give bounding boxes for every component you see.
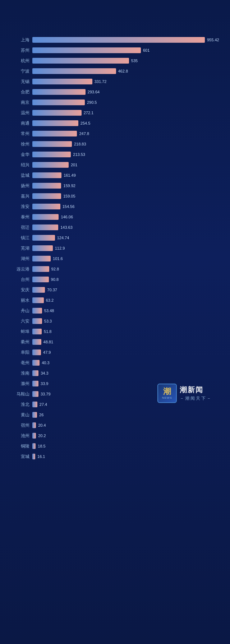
bar-value-label: 290.5 [87,100,97,105]
bar [32,422,36,428]
bar-value-label: 70.37 [47,288,57,292]
bar [32,266,49,272]
city-label: 池州 [11,433,29,439]
city-label: 阜阳 [11,349,29,356]
bar-wrap: 159.05 [32,193,219,199]
bar [32,287,45,293]
bar-value-label: 143.63 [60,225,73,230]
city-label: 铜陵 [11,443,29,449]
bar-row: 舟山53.48 [11,307,219,315]
bar [32,183,61,189]
bar-row: 无锡331.72 [11,78,219,85]
bar-value-label: 462.8 [118,69,128,73]
city-label: 盐城 [11,172,29,179]
bar-row: 上海955.42 [11,36,219,44]
bar [32,443,36,449]
bar-wrap: 161.49 [32,172,219,178]
bar-value-label: 16.1 [37,454,45,459]
bar [32,37,205,43]
bar-row: 杭州535 [11,57,219,65]
bar-value-label: 146.06 [61,215,73,219]
bar [32,339,41,345]
bar [32,131,77,136]
bar [32,79,92,84]
bar-row: 常州247.8 [11,130,219,138]
bar-wrap: 331.72 [32,79,219,84]
bar-wrap: 70.37 [32,287,219,293]
bar-wrap: 16.1 [32,454,219,459]
watermark-title: 潮新闻 [180,385,212,395]
bar-wrap: 34.3 [32,370,219,376]
bar-row: 合肥293.64 [11,88,219,96]
bar-wrap: 101.6 [32,256,219,261]
bar [32,370,38,376]
bar-value-label: 159.05 [63,194,75,198]
bar-value-label: 601 [143,48,150,52]
bar-row: 蚌埠51.8 [11,328,219,335]
watermark-subtitle: －潮闻天下－ [180,395,212,402]
bar [32,193,61,199]
bar [32,277,49,282]
bar-value-label: 201 [71,163,77,167]
city-label: 舟山 [11,308,29,314]
bar [32,297,44,303]
bar-row: 徐州218.83 [11,140,219,148]
bar-value-label: 955.42 [207,38,219,42]
city-label: 镇江 [11,235,29,241]
bar [32,402,37,407]
city-label: 金华 [11,152,29,158]
bar-row: 芜湖112.9 [11,244,219,252]
bar-row: 苏州601 [11,46,219,54]
bar-row: 丽水63.2 [11,296,219,304]
city-label: 安庆 [11,287,29,293]
city-label: 台州 [11,277,29,283]
bar-value-label: 34.3 [41,371,48,375]
bar-row: 南通254.5 [11,119,219,127]
city-label: 衢州 [11,339,29,345]
bar [32,454,35,459]
bar [32,110,82,116]
bar-row: 安庆70.37 [11,286,219,294]
bar-value-label: 47.9 [43,350,51,355]
bar-row: 泰州146.06 [11,213,219,221]
bar-row: 宿州20.4 [11,421,219,429]
bar-wrap: 18.5 [32,443,219,449]
bar-value-label: 331.72 [95,79,107,84]
city-label: 绍兴 [11,162,29,168]
bar-row: 黄山26 [11,411,219,419]
city-label: 扬州 [11,183,29,189]
city-label: 宿州 [11,422,29,428]
city-label: 滁州 [11,381,29,387]
bar [32,433,36,439]
bar-row: 宿迁143.63 [11,223,219,231]
city-label: 淮安 [11,204,29,210]
bar-value-label: 124.74 [57,236,69,240]
city-label: 淮南 [11,370,29,376]
bar [32,224,58,230]
bar-value-label: 27.4 [40,402,47,407]
bar-wrap: 218.83 [32,141,219,147]
city-label: 宣城 [11,454,29,460]
bar-value-label: 40.3 [42,361,49,365]
city-label: 南通 [11,120,29,126]
bar-wrap: 290.5 [32,99,219,105]
watermark-text: 潮新闻 －潮闻天下－ [180,385,212,402]
bar [32,214,59,220]
bar-value-label: 90.8 [51,277,59,282]
bar-row: 扬州159.92 [11,182,219,190]
bar [32,162,69,168]
bar-row: 宣城16.1 [11,453,219,460]
city-label: 泰州 [11,214,29,220]
watermark: 潮 NEWS 潮新闻 －潮闻天下－ [157,384,212,403]
bar-wrap: 154.56 [32,204,219,209]
bar-value-label: 53.3 [44,319,52,323]
bar-wrap: 20.4 [32,422,219,428]
bar-row: 南京290.5 [11,98,219,106]
bar [32,68,116,74]
watermark-news-label: NEWS [162,396,172,399]
bar-row: 湖州101.6 [11,255,219,263]
bar-value-label: 272.1 [84,111,94,115]
bar [32,391,38,397]
bar-wrap: 63.2 [32,297,219,303]
bar-row: 衢州48.81 [11,338,219,346]
